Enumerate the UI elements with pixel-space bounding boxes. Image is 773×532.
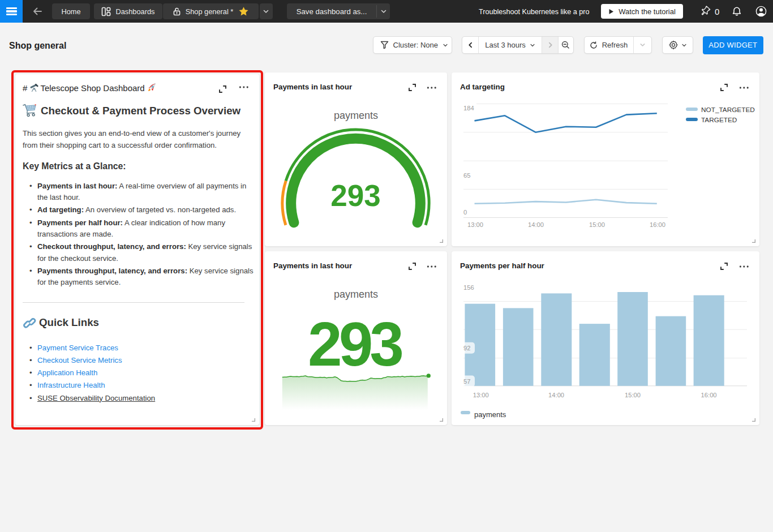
svg-text:13:00: 13:00 bbox=[467, 221, 483, 228]
svg-text:NOT_TARGETED: NOT_TARGETED bbox=[701, 106, 755, 114]
svg-text:TARGETED: TARGETED bbox=[701, 116, 737, 124]
svg-text:16:00: 16:00 bbox=[650, 221, 665, 228]
svg-text:293: 293 bbox=[330, 179, 380, 212]
svg-text:156: 156 bbox=[463, 284, 474, 291]
svg-text:15:00: 15:00 bbox=[589, 221, 605, 228]
svg-text:92: 92 bbox=[463, 345, 470, 351]
svg-text:65: 65 bbox=[463, 172, 470, 179]
svg-text:14:00: 14:00 bbox=[548, 392, 564, 398]
svg-text:184: 184 bbox=[463, 105, 474, 111]
svg-text:0: 0 bbox=[463, 209, 467, 216]
svg-text:14:00: 14:00 bbox=[528, 221, 544, 228]
svg-text:15:00: 15:00 bbox=[625, 392, 641, 398]
svg-text:13:00: 13:00 bbox=[473, 392, 489, 398]
svg-text:57: 57 bbox=[463, 378, 470, 385]
svg-text:payments: payments bbox=[474, 410, 506, 419]
svg-text:16:00: 16:00 bbox=[701, 392, 717, 398]
